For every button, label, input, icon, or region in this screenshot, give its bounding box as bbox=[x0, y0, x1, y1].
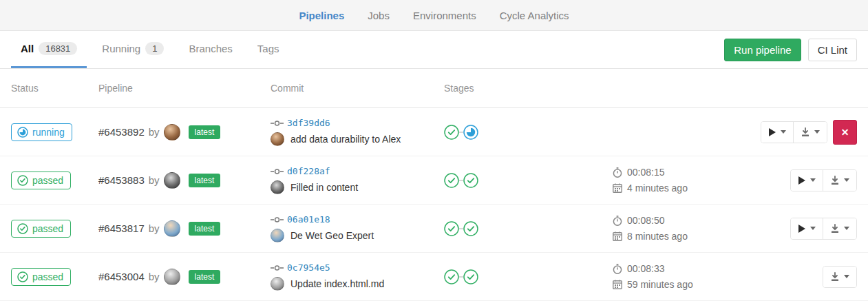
status-label: running bbox=[32, 127, 65, 138]
chevron-down-icon bbox=[814, 130, 820, 134]
passed-check-icon bbox=[17, 271, 28, 282]
close-icon: ✕ bbox=[841, 127, 849, 138]
by-label: by bbox=[149, 271, 160, 282]
status-label: passed bbox=[32, 223, 63, 234]
stage-passed-icon[interactable] bbox=[444, 269, 459, 284]
stage-passed-icon[interactable] bbox=[444, 221, 459, 236]
by-label: by bbox=[149, 126, 160, 138]
ci-lint-button[interactable]: CI Lint bbox=[808, 39, 857, 61]
stage-passed-icon[interactable] bbox=[444, 125, 459, 140]
pipeline-id-link[interactable]: #6453004 bbox=[98, 271, 145, 282]
pipeline-duration: 00:08:33 bbox=[627, 263, 665, 274]
calendar-icon bbox=[613, 183, 622, 193]
pipeline-row: passed #6453817 by latest 06a01e18 De We… bbox=[0, 205, 868, 253]
running-spinner-icon bbox=[17, 127, 28, 138]
pipeline-duration: 00:08:15 bbox=[627, 167, 665, 178]
commit-icon bbox=[271, 120, 284, 127]
artifacts-dropdown-button[interactable] bbox=[793, 122, 827, 143]
pipeline-id-link[interactable]: #6453883 bbox=[98, 174, 145, 186]
by-label: by bbox=[149, 174, 160, 186]
project-nav: Pipelines Jobs Environments Cycle Analyt… bbox=[0, 0, 868, 31]
passed-check-icon bbox=[17, 223, 28, 234]
commit-author-avatar[interactable] bbox=[271, 277, 284, 291]
status-badge-passed[interactable]: passed bbox=[11, 220, 71, 238]
pipeline-row: running #6453892 by latest 3df39dd6 add … bbox=[0, 108, 868, 156]
manual-actions-dropdown-button[interactable] bbox=[791, 218, 823, 239]
latest-badge[interactable]: latest bbox=[189, 125, 221, 139]
nav-item-pipelines[interactable]: Pipelines bbox=[299, 10, 344, 21]
header-status: Status bbox=[11, 83, 98, 94]
tab-all[interactable]: All 16831 bbox=[11, 31, 87, 68]
pipelines-tabs-bar: All 16831 Running 1 Branches Tags Run pi… bbox=[0, 31, 868, 69]
status-badge-running[interactable]: running bbox=[11, 123, 72, 141]
commit-sha-link[interactable]: 3df39dd6 bbox=[287, 118, 330, 128]
header-commit: Commit bbox=[271, 83, 444, 94]
download-icon bbox=[830, 224, 840, 233]
status-badge-passed[interactable]: passed bbox=[11, 268, 71, 286]
pipeline-row: passed #6453004 by latest 0c7954e5 Updat… bbox=[0, 253, 868, 301]
nav-item-jobs[interactable]: Jobs bbox=[368, 10, 390, 21]
cancel-pipeline-button[interactable]: ✕ bbox=[833, 120, 857, 145]
play-icon bbox=[768, 127, 776, 137]
stage-passed-icon[interactable] bbox=[463, 221, 478, 236]
pipeline-finished-time: 8 minutes ago bbox=[627, 231, 688, 242]
calendar-icon bbox=[613, 231, 622, 241]
latest-badge[interactable]: latest bbox=[189, 270, 221, 284]
tab-running[interactable]: Running 1 bbox=[92, 31, 173, 68]
chevron-down-icon bbox=[810, 178, 816, 182]
tab-all-label: All bbox=[21, 43, 34, 54]
commit-icon bbox=[271, 216, 284, 223]
commit-icon bbox=[271, 264, 284, 271]
header-stages: Stages bbox=[444, 83, 613, 94]
chevron-down-icon bbox=[844, 227, 849, 230]
nav-item-environments[interactable]: Environments bbox=[413, 10, 476, 21]
artifacts-dropdown-button[interactable] bbox=[823, 170, 856, 191]
stage-passed-icon[interactable] bbox=[444, 173, 459, 188]
commit-message-link[interactable]: add data durability to Alex bbox=[290, 134, 401, 145]
nav-item-cycle-analytics[interactable]: Cycle Analytics bbox=[500, 10, 569, 21]
tab-tags[interactable]: Tags bbox=[248, 31, 289, 68]
pipeline-finished-time: 4 minutes ago bbox=[627, 183, 688, 194]
commit-message-link[interactable]: Filled in content bbox=[290, 182, 358, 193]
status-badge-passed[interactable]: passed bbox=[11, 172, 71, 189]
commit-sha-link[interactable]: 06a01e18 bbox=[287, 214, 330, 225]
latest-badge[interactable]: latest bbox=[189, 174, 221, 187]
tab-branches[interactable]: Branches bbox=[179, 31, 242, 68]
stopwatch-icon bbox=[613, 216, 622, 226]
commit-sha-link[interactable]: d0f228af bbox=[287, 166, 330, 176]
chevron-down-icon bbox=[781, 130, 786, 134]
manual-actions-dropdown-button[interactable] bbox=[761, 122, 793, 143]
status-label: passed bbox=[32, 175, 63, 186]
status-label: passed bbox=[32, 271, 63, 282]
commit-message-link[interactable]: Update index.html.md bbox=[290, 278, 384, 289]
commit-icon bbox=[271, 168, 284, 175]
commit-author-avatar[interactable] bbox=[271, 132, 284, 146]
pipelines-page: Pipelines Jobs Environments Cycle Analyt… bbox=[0, 0, 868, 301]
stage-passed-icon[interactable] bbox=[463, 173, 478, 188]
commit-author-avatar[interactable] bbox=[271, 229, 284, 242]
download-icon bbox=[801, 127, 810, 137]
pipelines-table-header: Status Pipeline Commit Stages bbox=[0, 69, 868, 108]
download-icon bbox=[830, 176, 840, 185]
commit-sha-link[interactable]: 0c7954e5 bbox=[287, 262, 330, 273]
pipeline-id-link[interactable]: #6453892 bbox=[98, 126, 145, 138]
stage-running-icon[interactable] bbox=[463, 125, 478, 140]
stage-passed-icon[interactable] bbox=[463, 269, 478, 284]
run-pipeline-button[interactable]: Run pipeline bbox=[724, 39, 801, 61]
manual-actions-dropdown-button[interactable] bbox=[791, 170, 823, 191]
tab-running-label: Running bbox=[102, 43, 140, 54]
commit-author-avatar[interactable] bbox=[271, 180, 284, 194]
commit-message-link[interactable]: De Wet Geo Expert bbox=[290, 230, 374, 241]
artifacts-dropdown-button[interactable] bbox=[823, 267, 856, 287]
avatar[interactable] bbox=[164, 269, 180, 285]
avatar[interactable] bbox=[164, 172, 180, 189]
latest-badge[interactable]: latest bbox=[189, 222, 221, 236]
download-icon bbox=[830, 272, 840, 282]
pipeline-id-link[interactable]: #6453817 bbox=[98, 222, 145, 234]
tab-running-count-badge: 1 bbox=[145, 42, 164, 55]
avatar[interactable] bbox=[164, 124, 180, 141]
artifacts-dropdown-button[interactable] bbox=[823, 218, 856, 239]
tab-branches-label: Branches bbox=[189, 43, 232, 54]
pipeline-finished-time: 59 minutes ago bbox=[627, 279, 693, 290]
avatar[interactable] bbox=[164, 220, 180, 237]
